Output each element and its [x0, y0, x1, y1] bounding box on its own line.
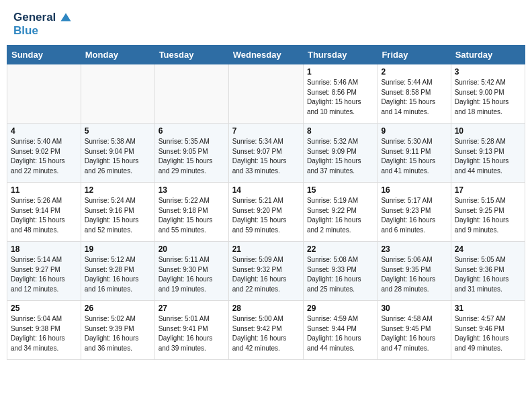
calendar-cell: 11Sunrise: 5:26 AM Sunset: 9:14 PM Dayli…	[7, 183, 81, 242]
day-number: 6	[159, 126, 225, 136]
calendar-cell: 8Sunrise: 5:32 AM Sunset: 9:09 PM Daylig…	[303, 124, 377, 183]
calendar-cell: 24Sunrise: 5:05 AM Sunset: 9:36 PM Dayli…	[451, 242, 525, 301]
calendar-cell: 4Sunrise: 5:40 AM Sunset: 9:02 PM Daylig…	[7, 124, 81, 183]
day-number: 14	[232, 185, 300, 195]
day-info: Sunrise: 5:12 AM Sunset: 9:28 PM Dayligh…	[85, 255, 151, 294]
day-info: Sunrise: 5:02 AM Sunset: 9:39 PM Dayligh…	[85, 314, 151, 353]
day-number: 23	[381, 244, 447, 254]
day-number: 30	[381, 304, 447, 313]
day-number: 2	[381, 67, 447, 77]
day-number: 31	[455, 304, 521, 313]
day-info: Sunrise: 4:59 AM Sunset: 9:44 PM Dayligh…	[307, 314, 373, 353]
calendar-cell: 14Sunrise: 5:21 AM Sunset: 9:20 PM Dayli…	[228, 183, 303, 242]
day-number: 26	[85, 304, 151, 313]
day-number: 22	[307, 244, 373, 254]
calendar-cell: 31Sunrise: 4:57 AM Sunset: 9:46 PM Dayli…	[451, 301, 525, 360]
logo-icon	[60, 12, 72, 24]
day-info: Sunrise: 5:01 AM Sunset: 9:41 PM Dayligh…	[159, 314, 225, 353]
calendar-cell: 18Sunrise: 5:14 AM Sunset: 9:27 PM Dayli…	[7, 242, 81, 301]
calendar-cell: 21Sunrise: 5:09 AM Sunset: 9:32 PM Dayli…	[228, 242, 303, 301]
day-number: 3	[455, 67, 521, 77]
day-info: Sunrise: 5:14 AM Sunset: 9:27 PM Dayligh…	[11, 255, 77, 294]
calendar-cell	[81, 64, 154, 124]
day-number: 28	[232, 304, 300, 313]
day-info: Sunrise: 5:26 AM Sunset: 9:14 PM Dayligh…	[11, 196, 77, 235]
day-info: Sunrise: 5:06 AM Sunset: 9:35 PM Dayligh…	[381, 255, 447, 294]
col-header-thursday: Thursday	[303, 46, 377, 64]
calendar-cell: 30Sunrise: 4:58 AM Sunset: 9:45 PM Dayli…	[378, 301, 451, 360]
day-number: 19	[85, 244, 151, 254]
col-header-monday: Monday	[81, 46, 154, 64]
calendar-cell: 1Sunrise: 5:46 AM Sunset: 8:56 PM Daylig…	[303, 64, 377, 124]
day-info: Sunrise: 5:19 AM Sunset: 9:22 PM Dayligh…	[307, 196, 373, 235]
day-info: Sunrise: 5:08 AM Sunset: 9:33 PM Dayligh…	[307, 255, 373, 294]
day-info: Sunrise: 5:38 AM Sunset: 9:04 PM Dayligh…	[85, 137, 151, 176]
col-header-friday: Friday	[378, 46, 451, 64]
day-number: 4	[11, 126, 77, 136]
calendar-cell: 20Sunrise: 5:11 AM Sunset: 9:30 PM Dayli…	[154, 242, 228, 301]
calendar-cell: 26Sunrise: 5:02 AM Sunset: 9:39 PM Dayli…	[81, 301, 154, 360]
col-header-saturday: Saturday	[451, 46, 525, 64]
day-number: 17	[455, 185, 521, 195]
day-info: Sunrise: 5:00 AM Sunset: 9:42 PM Dayligh…	[232, 314, 300, 353]
day-number: 25	[11, 304, 77, 313]
day-info: Sunrise: 5:15 AM Sunset: 9:25 PM Dayligh…	[455, 196, 521, 235]
calendar-week-row: 11Sunrise: 5:26 AM Sunset: 9:14 PM Dayli…	[7, 183, 525, 242]
calendar-cell: 19Sunrise: 5:12 AM Sunset: 9:28 PM Dayli…	[81, 242, 154, 301]
day-number: 10	[455, 126, 521, 136]
day-info: Sunrise: 5:35 AM Sunset: 9:05 PM Dayligh…	[159, 137, 225, 176]
calendar-cell: 12Sunrise: 5:24 AM Sunset: 9:16 PM Dayli…	[81, 183, 154, 242]
day-info: Sunrise: 5:22 AM Sunset: 9:18 PM Dayligh…	[159, 196, 225, 235]
day-info: Sunrise: 5:46 AM Sunset: 8:56 PM Dayligh…	[307, 78, 373, 117]
day-info: Sunrise: 5:24 AM Sunset: 9:16 PM Dayligh…	[85, 196, 151, 235]
calendar-cell: 25Sunrise: 5:04 AM Sunset: 9:38 PM Dayli…	[7, 301, 81, 360]
day-info: Sunrise: 5:28 AM Sunset: 9:13 PM Dayligh…	[455, 137, 521, 176]
svg-marker-0	[61, 13, 71, 21]
day-number: 12	[85, 185, 151, 195]
day-info: Sunrise: 5:21 AM Sunset: 9:20 PM Dayligh…	[232, 196, 300, 235]
page-header: General Blue	[0, 0, 532, 40]
day-number: 27	[159, 304, 225, 313]
calendar-cell: 9Sunrise: 5:30 AM Sunset: 9:11 PM Daylig…	[378, 124, 451, 183]
calendar-cell: 29Sunrise: 4:59 AM Sunset: 9:44 PM Dayli…	[303, 301, 377, 360]
day-number: 29	[307, 304, 373, 313]
calendar-header-row: SundayMondayTuesdayWednesdayThursdayFrid…	[7, 46, 525, 64]
day-info: Sunrise: 4:57 AM Sunset: 9:46 PM Dayligh…	[455, 314, 521, 353]
calendar-week-row: 18Sunrise: 5:14 AM Sunset: 9:27 PM Dayli…	[7, 242, 525, 301]
col-header-wednesday: Wednesday	[228, 46, 303, 64]
calendar-table: SundayMondayTuesdayWednesdayThursdayFrid…	[7, 45, 525, 360]
day-info: Sunrise: 5:32 AM Sunset: 9:09 PM Dayligh…	[307, 137, 373, 176]
day-number: 8	[307, 126, 373, 136]
day-info: Sunrise: 5:30 AM Sunset: 9:11 PM Dayligh…	[381, 137, 447, 176]
calendar-cell: 16Sunrise: 5:17 AM Sunset: 9:23 PM Dayli…	[378, 183, 451, 242]
calendar-cell	[7, 64, 81, 124]
calendar-week-row: 4Sunrise: 5:40 AM Sunset: 9:02 PM Daylig…	[7, 124, 525, 183]
day-number: 16	[381, 185, 447, 195]
logo: General Blue	[13, 11, 72, 37]
calendar-cell: 2Sunrise: 5:44 AM Sunset: 8:58 PM Daylig…	[378, 64, 451, 124]
calendar-week-row: 25Sunrise: 5:04 AM Sunset: 9:38 PM Dayli…	[7, 301, 525, 360]
calendar-cell	[228, 64, 303, 124]
col-header-tuesday: Tuesday	[154, 46, 228, 64]
calendar-cell: 28Sunrise: 5:00 AM Sunset: 9:42 PM Dayli…	[228, 301, 303, 360]
day-number: 15	[307, 185, 373, 195]
calendar-cell: 15Sunrise: 5:19 AM Sunset: 9:22 PM Dayli…	[303, 183, 377, 242]
day-number: 7	[232, 126, 300, 136]
calendar-cell: 27Sunrise: 5:01 AM Sunset: 9:41 PM Dayli…	[154, 301, 228, 360]
day-number: 11	[11, 185, 77, 195]
day-number: 24	[455, 244, 521, 254]
calendar-cell: 7Sunrise: 5:34 AM Sunset: 9:07 PM Daylig…	[228, 124, 303, 183]
day-info: Sunrise: 5:04 AM Sunset: 9:38 PM Dayligh…	[11, 314, 77, 353]
calendar-cell: 13Sunrise: 5:22 AM Sunset: 9:18 PM Dayli…	[154, 183, 228, 242]
day-info: Sunrise: 5:42 AM Sunset: 9:00 PM Dayligh…	[455, 78, 521, 117]
calendar-cell: 22Sunrise: 5:08 AM Sunset: 9:33 PM Dayli…	[303, 242, 377, 301]
day-info: Sunrise: 5:11 AM Sunset: 9:30 PM Dayligh…	[159, 255, 225, 294]
day-number: 21	[232, 244, 300, 254]
day-info: Sunrise: 5:09 AM Sunset: 9:32 PM Dayligh…	[232, 255, 300, 294]
col-header-sunday: Sunday	[7, 46, 81, 64]
day-info: Sunrise: 5:34 AM Sunset: 9:07 PM Dayligh…	[232, 137, 300, 176]
calendar-cell: 17Sunrise: 5:15 AM Sunset: 9:25 PM Dayli…	[451, 183, 525, 242]
day-number: 5	[85, 126, 151, 136]
day-number: 1	[307, 67, 373, 77]
day-number: 13	[159, 185, 225, 195]
